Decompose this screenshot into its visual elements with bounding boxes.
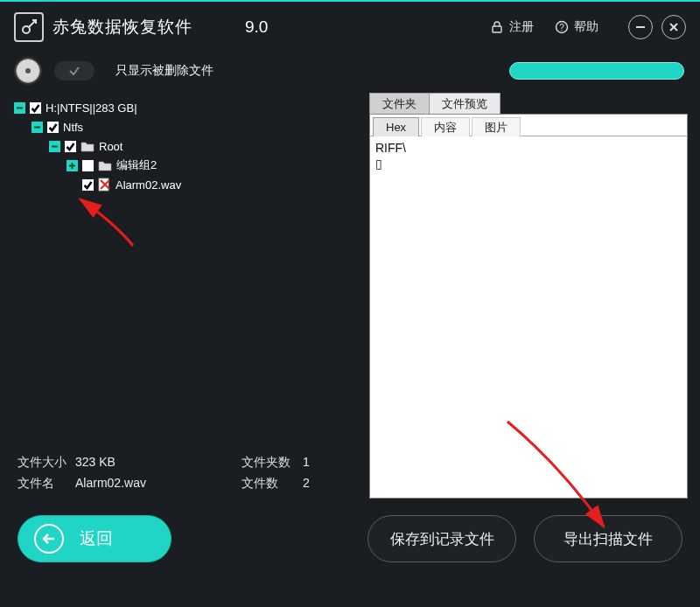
tab-hex[interactable]: Hex (373, 117, 419, 136)
tree-node-ntfs[interactable]: Ntfs (32, 117, 368, 136)
back-label: 返回 (80, 527, 113, 550)
file-tree: H:|NTFS||283 GB| Ntfs Root 编辑组2 (12, 93, 368, 451)
folder-icon (80, 140, 94, 152)
stat-folders-value: 1 (303, 455, 338, 471)
outer-tabs: 文件夹 文件预览 (369, 93, 688, 114)
disc-button[interactable] (16, 59, 40, 83)
save-log-button[interactable]: 保存到记录文件 (368, 515, 516, 562)
deleted-only-toggle[interactable] (54, 61, 94, 80)
register-link[interactable]: 注册 (490, 19, 534, 35)
help-link[interactable]: ? 帮助 (555, 19, 598, 35)
preview-content: RIFF\ ▯ (370, 136, 687, 498)
bottom-bar: 返回 保存到记录文件 导出扫描文件 (0, 499, 700, 579)
lock-icon (490, 20, 504, 34)
app-title: 赤兔数据恢复软件 (52, 16, 192, 38)
tree-node-file[interactable]: Alarm02.wav (66, 175, 368, 194)
preview-box: Hex 内容 图片 RIFF\ ▯ (369, 114, 688, 499)
stat-size-label: 文件大小 (18, 455, 75, 471)
tab-image[interactable]: 图片 (472, 117, 521, 136)
stat-size-value: 323 KB (75, 455, 242, 471)
tree-label: Root (99, 140, 122, 153)
app-logo: 赤兔数据恢复软件 (14, 12, 192, 42)
stat-files-value: 2 (303, 476, 338, 492)
export-button[interactable]: 导出扫描文件 (534, 515, 682, 562)
tree-label: H:|NTFS||283 GB| (46, 101, 137, 115)
toolbar: 只显示被删除文件 (0, 52, 700, 89)
header: 赤兔数据恢复软件 9.0 注册 ? 帮助 (0, 2, 700, 52)
tree-label: Ntfs (63, 121, 83, 134)
expand-icon[interactable] (66, 160, 78, 171)
minimize-button[interactable] (628, 15, 653, 39)
save-log-label: 保存到记录文件 (390, 529, 494, 549)
svg-point-0 (23, 26, 30, 33)
back-arrow-icon (34, 524, 64, 554)
tab-folder[interactable]: 文件夹 (369, 93, 430, 114)
back-button[interactable]: 返回 (18, 515, 172, 562)
svg-text:?: ? (559, 23, 564, 32)
annotation-arrow-icon (63, 198, 142, 253)
tree-node-root[interactable]: Root (49, 136, 368, 156)
spacer (66, 179, 78, 191)
checkbox[interactable] (82, 179, 94, 191)
checkbox[interactable] (82, 160, 94, 171)
tree-panel: H:|NTFS||283 GB| Ntfs Root 编辑组2 (12, 93, 368, 499)
app-version: 9.0 (245, 17, 268, 37)
register-label: 注册 (509, 19, 534, 35)
collapse-icon[interactable] (49, 141, 60, 152)
tree-node-drive[interactable]: H:|NTFS||283 GB| (14, 98, 368, 117)
preview-panel: 文件夹 文件预览 Hex 内容 图片 RIFF\ ▯ (369, 93, 688, 499)
collapse-icon[interactable] (14, 102, 25, 114)
progress-bar (509, 62, 684, 80)
svg-rect-1 (493, 26, 501, 32)
stat-files-label: 文件数 (242, 476, 303, 492)
stat-folders-label: 文件夹数 (242, 455, 303, 471)
tab-content[interactable]: 内容 (421, 117, 470, 136)
help-icon: ? (555, 20, 569, 34)
file-stats: 文件大小 323 KB 文件夹数 1 文件名 Alarm02.wav 文件数 2 (12, 451, 368, 499)
deleted-file-icon (98, 178, 111, 192)
help-label: 帮助 (574, 19, 598, 35)
main-area: H:|NTFS||283 GB| Ntfs Root 编辑组2 (0, 89, 700, 499)
collapse-icon[interactable] (32, 122, 43, 133)
tree-label: 编辑组2 (116, 157, 157, 173)
checkbox[interactable] (65, 141, 76, 152)
app-logo-icon (14, 12, 44, 42)
tab-file-preview[interactable]: 文件预览 (429, 93, 500, 114)
stat-name-label: 文件名 (18, 476, 75, 492)
tree-node-group[interactable]: 编辑组2 (66, 156, 368, 175)
inner-tabs: Hex 内容 图片 (370, 115, 687, 136)
stat-name-value: Alarm02.wav (75, 476, 242, 492)
close-button[interactable] (662, 15, 686, 39)
checkbox[interactable] (30, 102, 41, 114)
deleted-only-label: 只显示被删除文件 (116, 63, 214, 79)
checkbox[interactable] (47, 122, 59, 133)
tree-label: Alarm02.wav (116, 178, 181, 192)
export-label: 导出扫描文件 (564, 529, 653, 549)
check-icon (67, 64, 81, 78)
folder-icon (98, 159, 112, 171)
